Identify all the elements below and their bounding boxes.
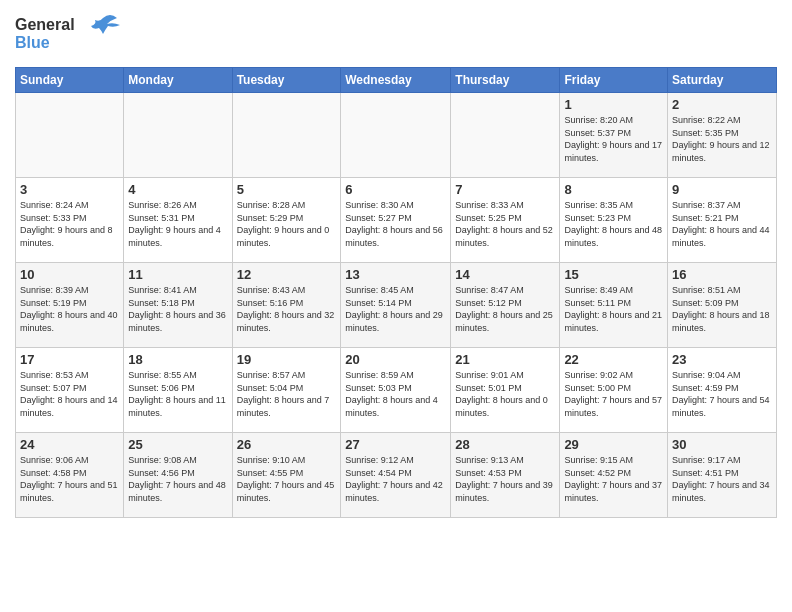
day-number: 18 <box>128 352 227 367</box>
day-number: 14 <box>455 267 555 282</box>
day-info: Sunrise: 8:51 AM Sunset: 5:09 PM Dayligh… <box>672 284 772 334</box>
day-info: Sunrise: 8:53 AM Sunset: 5:07 PM Dayligh… <box>20 369 119 419</box>
day-info: Sunrise: 8:39 AM Sunset: 5:19 PM Dayligh… <box>20 284 119 334</box>
day-info: Sunrise: 9:17 AM Sunset: 4:51 PM Dayligh… <box>672 454 772 504</box>
calendar-cell: 10Sunrise: 8:39 AM Sunset: 5:19 PM Dayli… <box>16 263 124 348</box>
calendar-body: 1Sunrise: 8:20 AM Sunset: 5:37 PM Daylig… <box>16 93 777 518</box>
calendar-week-4: 17Sunrise: 8:53 AM Sunset: 5:07 PM Dayli… <box>16 348 777 433</box>
day-number: 20 <box>345 352 446 367</box>
weekday-header-sunday: Sunday <box>16 68 124 93</box>
day-info: Sunrise: 9:06 AM Sunset: 4:58 PM Dayligh… <box>20 454 119 504</box>
day-number: 13 <box>345 267 446 282</box>
calendar-header: SundayMondayTuesdayWednesdayThursdayFrid… <box>16 68 777 93</box>
calendar-cell: 15Sunrise: 8:49 AM Sunset: 5:11 PM Dayli… <box>560 263 668 348</box>
logo-text: General Blue <box>15 10 125 59</box>
calendar-cell: 29Sunrise: 9:15 AM Sunset: 4:52 PM Dayli… <box>560 433 668 518</box>
calendar-cell: 27Sunrise: 9:12 AM Sunset: 4:54 PM Dayli… <box>341 433 451 518</box>
svg-text:Blue: Blue <box>15 34 50 51</box>
calendar-cell: 26Sunrise: 9:10 AM Sunset: 4:55 PM Dayli… <box>232 433 341 518</box>
calendar-cell: 6Sunrise: 8:30 AM Sunset: 5:27 PM Daylig… <box>341 178 451 263</box>
calendar-cell: 12Sunrise: 8:43 AM Sunset: 5:16 PM Dayli… <box>232 263 341 348</box>
day-number: 22 <box>564 352 663 367</box>
calendar-cell: 28Sunrise: 9:13 AM Sunset: 4:53 PM Dayli… <box>451 433 560 518</box>
header: General Blue <box>15 10 777 59</box>
calendar-week-2: 3Sunrise: 8:24 AM Sunset: 5:33 PM Daylig… <box>16 178 777 263</box>
calendar-cell: 9Sunrise: 8:37 AM Sunset: 5:21 PM Daylig… <box>668 178 777 263</box>
calendar-cell: 3Sunrise: 8:24 AM Sunset: 5:33 PM Daylig… <box>16 178 124 263</box>
day-info: Sunrise: 8:55 AM Sunset: 5:06 PM Dayligh… <box>128 369 227 419</box>
weekday-header-thursday: Thursday <box>451 68 560 93</box>
day-number: 21 <box>455 352 555 367</box>
day-info: Sunrise: 8:33 AM Sunset: 5:25 PM Dayligh… <box>455 199 555 249</box>
day-info: Sunrise: 8:45 AM Sunset: 5:14 PM Dayligh… <box>345 284 446 334</box>
calendar-cell: 24Sunrise: 9:06 AM Sunset: 4:58 PM Dayli… <box>16 433 124 518</box>
calendar-cell <box>124 93 232 178</box>
day-number: 2 <box>672 97 772 112</box>
day-number: 16 <box>672 267 772 282</box>
day-number: 8 <box>564 182 663 197</box>
day-number: 26 <box>237 437 337 452</box>
day-info: Sunrise: 8:43 AM Sunset: 5:16 PM Dayligh… <box>237 284 337 334</box>
calendar-cell: 22Sunrise: 9:02 AM Sunset: 5:00 PM Dayli… <box>560 348 668 433</box>
day-info: Sunrise: 8:37 AM Sunset: 5:21 PM Dayligh… <box>672 199 772 249</box>
calendar-cell: 18Sunrise: 8:55 AM Sunset: 5:06 PM Dayli… <box>124 348 232 433</box>
calendar-cell: 23Sunrise: 9:04 AM Sunset: 4:59 PM Dayli… <box>668 348 777 433</box>
day-number: 6 <box>345 182 446 197</box>
svg-text:General: General <box>15 16 75 33</box>
day-number: 17 <box>20 352 119 367</box>
day-number: 7 <box>455 182 555 197</box>
day-number: 10 <box>20 267 119 282</box>
day-info: Sunrise: 8:24 AM Sunset: 5:33 PM Dayligh… <box>20 199 119 249</box>
calendar-cell <box>451 93 560 178</box>
page-container: General Blue SundayMondayTuesdayWednesda… <box>0 0 792 528</box>
weekday-header-tuesday: Tuesday <box>232 68 341 93</box>
day-info: Sunrise: 8:20 AM Sunset: 5:37 PM Dayligh… <box>564 114 663 164</box>
calendar-week-5: 24Sunrise: 9:06 AM Sunset: 4:58 PM Dayli… <box>16 433 777 518</box>
day-number: 15 <box>564 267 663 282</box>
day-number: 5 <box>237 182 337 197</box>
calendar-cell: 19Sunrise: 8:57 AM Sunset: 5:04 PM Dayli… <box>232 348 341 433</box>
day-number: 19 <box>237 352 337 367</box>
day-number: 12 <box>237 267 337 282</box>
day-number: 1 <box>564 97 663 112</box>
calendar-cell: 16Sunrise: 8:51 AM Sunset: 5:09 PM Dayli… <box>668 263 777 348</box>
calendar-cell: 7Sunrise: 8:33 AM Sunset: 5:25 PM Daylig… <box>451 178 560 263</box>
day-info: Sunrise: 9:08 AM Sunset: 4:56 PM Dayligh… <box>128 454 227 504</box>
weekday-header-monday: Monday <box>124 68 232 93</box>
day-info: Sunrise: 8:59 AM Sunset: 5:03 PM Dayligh… <box>345 369 446 419</box>
weekday-header-friday: Friday <box>560 68 668 93</box>
calendar-cell: 5Sunrise: 8:28 AM Sunset: 5:29 PM Daylig… <box>232 178 341 263</box>
calendar-week-1: 1Sunrise: 8:20 AM Sunset: 5:37 PM Daylig… <box>16 93 777 178</box>
calendar-cell <box>341 93 451 178</box>
day-number: 3 <box>20 182 119 197</box>
calendar-cell: 8Sunrise: 8:35 AM Sunset: 5:23 PM Daylig… <box>560 178 668 263</box>
day-info: Sunrise: 9:12 AM Sunset: 4:54 PM Dayligh… <box>345 454 446 504</box>
calendar-week-3: 10Sunrise: 8:39 AM Sunset: 5:19 PM Dayli… <box>16 263 777 348</box>
day-info: Sunrise: 8:47 AM Sunset: 5:12 PM Dayligh… <box>455 284 555 334</box>
day-number: 28 <box>455 437 555 452</box>
calendar-cell: 20Sunrise: 8:59 AM Sunset: 5:03 PM Dayli… <box>341 348 451 433</box>
calendar-cell: 4Sunrise: 8:26 AM Sunset: 5:31 PM Daylig… <box>124 178 232 263</box>
day-info: Sunrise: 9:01 AM Sunset: 5:01 PM Dayligh… <box>455 369 555 419</box>
calendar-cell: 25Sunrise: 9:08 AM Sunset: 4:56 PM Dayli… <box>124 433 232 518</box>
day-info: Sunrise: 8:35 AM Sunset: 5:23 PM Dayligh… <box>564 199 663 249</box>
day-info: Sunrise: 9:13 AM Sunset: 4:53 PM Dayligh… <box>455 454 555 504</box>
calendar-cell: 1Sunrise: 8:20 AM Sunset: 5:37 PM Daylig… <box>560 93 668 178</box>
calendar-cell: 2Sunrise: 8:22 AM Sunset: 5:35 PM Daylig… <box>668 93 777 178</box>
day-number: 27 <box>345 437 446 452</box>
day-number: 23 <box>672 352 772 367</box>
day-info: Sunrise: 9:15 AM Sunset: 4:52 PM Dayligh… <box>564 454 663 504</box>
calendar-cell: 30Sunrise: 9:17 AM Sunset: 4:51 PM Dayli… <box>668 433 777 518</box>
day-info: Sunrise: 8:49 AM Sunset: 5:11 PM Dayligh… <box>564 284 663 334</box>
calendar-cell <box>16 93 124 178</box>
day-number: 4 <box>128 182 227 197</box>
day-number: 9 <box>672 182 772 197</box>
day-number: 29 <box>564 437 663 452</box>
day-info: Sunrise: 8:22 AM Sunset: 5:35 PM Dayligh… <box>672 114 772 164</box>
day-number: 25 <box>128 437 227 452</box>
day-info: Sunrise: 8:28 AM Sunset: 5:29 PM Dayligh… <box>237 199 337 249</box>
day-info: Sunrise: 8:26 AM Sunset: 5:31 PM Dayligh… <box>128 199 227 249</box>
logo: General Blue <box>15 10 125 59</box>
calendar-table: SundayMondayTuesdayWednesdayThursdayFrid… <box>15 67 777 518</box>
day-info: Sunrise: 8:57 AM Sunset: 5:04 PM Dayligh… <box>237 369 337 419</box>
